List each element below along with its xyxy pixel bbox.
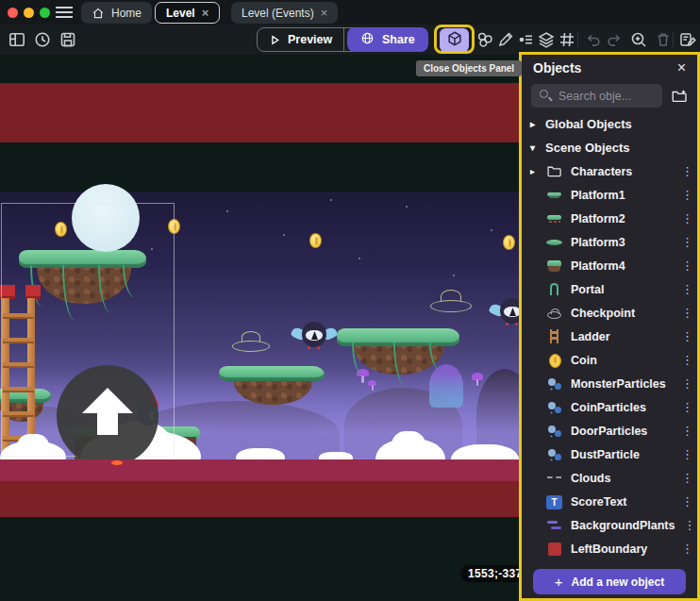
tab-label: Level (Events) [242, 7, 314, 20]
bottom-boundary-sprite[interactable] [0, 459, 520, 481]
trash-icon[interactable] [652, 28, 675, 51]
edit-icon[interactable] [494, 28, 517, 51]
folder-icon [546, 163, 562, 179]
object-row-ladder[interactable]: Ladder ⋮ [522, 325, 697, 348]
object-thumbnail [546, 517, 562, 533]
scene-viewport[interactable] [0, 192, 520, 459]
search-input[interactable] [531, 84, 662, 108]
row-menu-icon[interactable]: ⋮ [681, 211, 689, 225]
undo-icon[interactable] [582, 28, 605, 51]
object-thumbnail: T [546, 495, 562, 509]
panels-icon[interactable] [6, 28, 28, 51]
scene-editor-canvas[interactable]: 1553;-337 [0, 55, 520, 601]
object-row-portal[interactable]: Portal ⋮ [522, 277, 697, 301]
app-window: Home Level × Level (Events) × Preview [0, 0, 700, 601]
tab-level[interactable]: Level × [155, 2, 220, 24]
close-panel-icon[interactable]: × [677, 60, 686, 75]
add-new-object-button[interactable]: + Add a new object [533, 569, 686, 594]
grid-icon[interactable] [556, 28, 578, 51]
close-tab-icon[interactable]: × [202, 7, 209, 19]
object-row-leftboundary[interactable]: LeftBoundary ⋮ [522, 537, 697, 560]
object-row-doorparticles[interactable]: DoorParticles ⋮ [522, 419, 697, 442]
traffic-light-minimize[interactable] [24, 8, 34, 18]
edit-scene-icon[interactable] [676, 28, 699, 51]
row-menu-icon[interactable]: ⋮ [681, 164, 689, 178]
objects-panel-toggle-button[interactable] [440, 28, 469, 52]
row-menu-icon[interactable]: ⋮ [683, 518, 691, 532]
object-row-checkpoint[interactable]: Checkpoint ⋮ [522, 301, 697, 325]
globe-icon [360, 31, 375, 48]
object-row-backgroundplants[interactable]: BackgroundPlants ⋮ [522, 513, 697, 537]
object-row-platform1[interactable]: Platform1 ⋮ [522, 183, 697, 207]
ufo-outline[interactable] [430, 290, 472, 312]
object-row-monsterparticles[interactable]: MonsterParticles ⋮ [522, 372, 697, 395]
row-menu-icon[interactable]: ⋮ [681, 424, 689, 438]
object-row-characters[interactable]: ▸ Characters ⋮ [522, 159, 697, 183]
row-menu-icon[interactable]: ⋮ [681, 282, 689, 296]
cube-icon [446, 30, 463, 51]
row-menu-icon[interactable]: ⋮ [681, 400, 689, 414]
object-thumbnail [546, 258, 562, 274]
preview-button[interactable]: Preview [258, 28, 343, 51]
menu-icon[interactable] [56, 7, 73, 18]
object-thumbnail [546, 446, 562, 462]
chevron-down-icon: ▾ [530, 142, 539, 153]
tab-bar: Home Level × Level (Events) × [0, 0, 700, 25]
object-groups-icon[interactable] [474, 28, 496, 51]
object-row-scoretext[interactable]: T ScoreText ⋮ [522, 490, 697, 513]
row-menu-icon[interactable]: ⋮ [681, 329, 689, 343]
row-menu-icon[interactable]: ⋮ [681, 376, 689, 391]
toolbar: Preview Share [0, 25, 700, 55]
lava-spot [111, 460, 123, 465]
cloud-sprite[interactable] [319, 452, 353, 459]
save-icon[interactable] [57, 28, 79, 51]
object-thumbnail [546, 187, 562, 203]
object-row-coinparticles[interactable]: CoinParticles ⋮ [522, 395, 697, 419]
row-menu-icon[interactable]: ⋮ [681, 471, 689, 485]
section-scene-objects[interactable]: ▾ Scene Objects [522, 136, 697, 159]
add-folder-icon[interactable] [671, 88, 688, 105]
cloud-sprite[interactable] [236, 448, 285, 459]
platform-sprite[interactable] [337, 328, 459, 381]
row-menu-icon[interactable]: ⋮ [681, 447, 689, 461]
monster-sprite[interactable] [491, 298, 520, 332]
preview-label: Preview [288, 33, 332, 46]
row-menu-icon[interactable]: ⋮ [681, 494, 689, 509]
coin-sprite[interactable] [309, 233, 322, 248]
bottom-boundary-sprite-2[interactable] [0, 481, 520, 517]
object-row-platform3[interactable]: Platform3 ⋮ [522, 230, 697, 254]
object-row-platform4[interactable]: Platform4 ⋮ [522, 254, 697, 277]
section-global-objects[interactable]: ▸ Global Objects [522, 112, 697, 136]
cloud-sprite[interactable] [392, 431, 425, 448]
row-menu-icon[interactable]: ⋮ [681, 188, 689, 202]
objects-panel-header: Objects × [522, 55, 697, 81]
jump-arrow-overlay[interactable] [57, 365, 158, 459]
tab-home[interactable]: Home [81, 2, 152, 24]
top-boundary-sprite[interactable] [0, 83, 520, 142]
ufo-outline[interactable] [232, 331, 270, 352]
row-menu-icon[interactable]: ⋮ [681, 353, 689, 367]
row-menu-icon[interactable]: ⋮ [681, 306, 689, 320]
row-menu-icon[interactable]: ⋮ [681, 542, 689, 556]
tab-level-events[interactable]: Level (Events) × [231, 2, 338, 24]
layers-icon[interactable] [535, 28, 558, 51]
object-row-platform2[interactable]: Platform2 ⋮ [522, 207, 697, 230]
object-row-coin[interactable]: Coin ⋮ [522, 348, 697, 372]
redo-icon[interactable] [603, 28, 625, 51]
row-menu-icon[interactable]: ⋮ [681, 259, 689, 273]
share-button[interactable]: Share [347, 27, 428, 52]
monster-sprite[interactable] [292, 322, 336, 356]
object-thumbnail [546, 281, 562, 297]
platform-sprite[interactable] [219, 366, 325, 409]
row-menu-icon[interactable]: ⋮ [681, 235, 689, 249]
zoom-in-icon[interactable] [627, 28, 650, 51]
object-row-dustparticle[interactable]: DustParticle ⋮ [522, 442, 697, 466]
close-tab-icon[interactable]: × [321, 7, 328, 19]
traffic-light-close[interactable] [8, 8, 18, 18]
history-icon[interactable] [31, 28, 54, 51]
coin-sprite[interactable] [503, 235, 515, 250]
panel-title: Objects [533, 60, 581, 75]
object-row-clouds[interactable]: Clouds ⋮ [522, 466, 697, 490]
object-thumbnail [546, 210, 562, 226]
traffic-light-zoom[interactable] [40, 8, 50, 18]
